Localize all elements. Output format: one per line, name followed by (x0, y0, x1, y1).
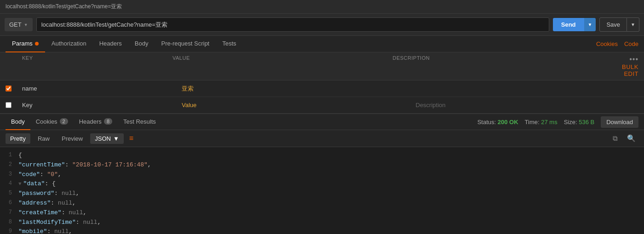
copy-icon[interactable]: ⧉ (610, 133, 621, 144)
response-tabs-header: Body Cookies 2 Headers 8 Test Results St… (0, 114, 644, 130)
send-button[interactable]: Send (553, 18, 584, 31)
row-description (410, 86, 644, 91)
json-line: 5 "password": null, (0, 189, 644, 199)
row-checkbox[interactable] (6, 86, 12, 91)
send-button-group: Send ▼ (553, 18, 596, 31)
fmt-tab-raw[interactable]: Raw (33, 133, 54, 144)
top-url-text: localhost:8888/kotlinTest/getCache?name=… (6, 3, 122, 10)
json-line: 8 "lastModifyTime": null, (0, 218, 644, 228)
table-row: name 亚索 (0, 80, 644, 97)
save-button[interactable]: Save (599, 17, 627, 32)
line-number: 7 (4, 208, 18, 218)
format-dropdown[interactable]: JSON ▼ (90, 133, 124, 144)
response-tab-body[interactable]: Body (6, 114, 30, 130)
placeholder-checkbox[interactable] (6, 102, 12, 108)
json-line: 2 "currentTime": "2018-10-17 17:16:48", (0, 160, 644, 170)
tab-body[interactable]: Body (128, 36, 155, 52)
json-line: 3 "code": "0", (0, 170, 644, 180)
params-badge (35, 42, 39, 46)
placeholder-row: Key Value Description (0, 97, 644, 114)
header-value: VALUE (167, 55, 387, 77)
json-line: 1{ (0, 151, 644, 160)
collapse-icon[interactable]: ▼ (18, 181, 22, 187)
line-number: 3 (4, 170, 18, 180)
fmt-tab-preview[interactable]: Preview (57, 133, 87, 144)
line-number: 5 (4, 189, 18, 199)
save-button-group: Save ▼ (599, 17, 639, 32)
size-value: 536 B (579, 119, 594, 126)
size-label: Size: 536 B (564, 119, 595, 126)
time-label: Time: 27 ms (525, 119, 558, 126)
format-icon[interactable]: ≡ (126, 133, 136, 144)
placeholder-check-cell (0, 102, 17, 108)
tab-tests[interactable]: Tests (216, 36, 242, 52)
response-toolbar: Pretty Raw Preview JSON ▼ ≡ ⧉ 🔍 (0, 130, 644, 147)
send-dropdown-button[interactable]: ▼ (584, 18, 596, 31)
placeholder-description[interactable]: Description (410, 99, 644, 111)
line-number: 4 (4, 179, 18, 189)
line-number: 8 (4, 218, 18, 228)
params-table: KEY VALUE DESCRIPTION ••• Bulk Edit name… (0, 52, 644, 114)
response-tab-test-results[interactable]: Test Results (118, 114, 161, 130)
save-dropdown-button[interactable]: ▼ (627, 17, 639, 32)
code-link[interactable]: Code (624, 40, 638, 47)
row-key[interactable]: name (17, 82, 176, 95)
more-options-button[interactable]: ••• (629, 55, 638, 63)
url-input[interactable] (36, 17, 549, 32)
response-meta: Status: 200 OK Time: 27 ms Size: 536 B D… (477, 116, 638, 128)
tab-prerequest[interactable]: Pre-request Script (155, 36, 216, 52)
headers-count-badge: 8 (104, 118, 112, 125)
toolbar-right: ⧉ 🔍 (610, 133, 638, 144)
status-label: Status: 200 OK (477, 119, 518, 126)
row-checkbox-cell (0, 86, 17, 91)
placeholder-value[interactable]: Value (176, 99, 410, 111)
line-number: 9 (4, 227, 18, 234)
search-icon[interactable]: 🔍 (624, 133, 638, 144)
fmt-tab-pretty[interactable]: Pretty (6, 133, 30, 144)
bulk-edit-link[interactable]: Bulk Edit (622, 63, 638, 77)
json-line: 7 "createTime": null, (0, 208, 644, 218)
header-key: KEY (17, 55, 167, 77)
line-number: 2 (4, 160, 18, 170)
params-table-header: KEY VALUE DESCRIPTION ••• Bulk Edit (0, 52, 644, 80)
status-value: 200 OK (498, 119, 518, 126)
json-output: 1{2 "currentTime": "2018-10-17 17:16:48"… (0, 147, 644, 234)
header-check-col (0, 55, 17, 77)
method-label: GET (9, 21, 22, 28)
method-chevron-icon: ▼ (24, 23, 28, 27)
placeholder-key[interactable]: Key (17, 99, 176, 111)
header-actions: ••• Bulk Edit (607, 55, 644, 77)
cookies-count-badge: 2 (60, 118, 68, 125)
params-tabs: Params Authorization Headers Body Pre-re… (0, 36, 644, 52)
header-desc: DESCRIPTION (387, 55, 608, 77)
response-tab-cookies[interactable]: Cookies 2 (30, 114, 74, 130)
request-bar: GET ▼ Send ▼ Save ▼ (0, 14, 644, 36)
format-chevron-icon: ▼ (113, 135, 119, 142)
json-line: 6 "address": null, (0, 199, 644, 208)
tab-authorization[interactable]: Authorization (45, 36, 93, 52)
line-number: 1 (4, 151, 18, 160)
line-number: 6 (4, 199, 18, 208)
tab-headers[interactable]: Headers (93, 36, 128, 52)
row-value[interactable]: 亚索 (176, 82, 410, 96)
time-value: 27 ms (541, 119, 557, 126)
response-tab-headers[interactable]: Headers 8 (74, 114, 118, 130)
download-button[interactable]: Download (601, 116, 638, 128)
method-dropdown[interactable]: GET ▼ (5, 18, 33, 31)
top-url-bar: localhost:8888/kotlinTest/getCache?name=… (0, 0, 644, 14)
json-line: 4 ▼"data": { (0, 179, 644, 189)
tab-params[interactable]: Params (6, 36, 45, 52)
cookies-link[interactable]: Cookies (596, 40, 618, 47)
right-links: Cookies Code (596, 40, 638, 47)
json-line: 9 "mobile": null, (0, 227, 644, 234)
